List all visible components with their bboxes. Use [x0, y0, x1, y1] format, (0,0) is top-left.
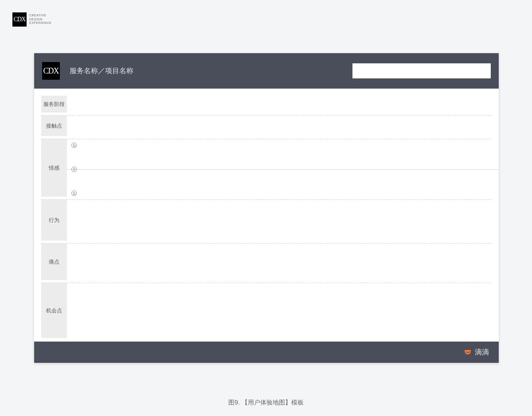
face-sad-icon: [71, 191, 77, 196]
row-behavior: 行为: [41, 200, 492, 244]
logo-mark: CDX: [12, 12, 27, 27]
row-pain: 痛点: [41, 244, 492, 283]
row-content-behavior[interactable]: [67, 200, 492, 243]
page-logo: CDX CREATIVE DESIGN EXPERIENCE: [12, 12, 51, 27]
card-header: CDX 服务名称／项目名称: [34, 53, 499, 89]
row-label-touch: 接触点: [41, 116, 67, 136]
logo-subtext: CREATIVE DESIGN EXPERIENCE: [29, 14, 51, 25]
didi-brand-text: 滴滴: [475, 348, 489, 357]
experience-map-card: CDX 服务名称／项目名称 服务阶段 接触点 情感: [34, 53, 499, 363]
row-stage: 服务阶段: [41, 96, 492, 116]
row-label-pain: 痛点: [41, 244, 67, 280]
row-label-emotion: 情感: [41, 139, 67, 197]
logo-sub-line3: EXPERIENCE: [29, 21, 51, 25]
row-content-stage[interactable]: [67, 96, 492, 115]
row-content-touch[interactable]: [67, 116, 492, 139]
card-logo-mark: CDX: [42, 62, 60, 80]
logo-sub-line2: DESIGN: [29, 18, 51, 21]
row-content-pain[interactable]: [67, 244, 492, 283]
row-opportunity: 机会点: [41, 283, 492, 340]
figure-caption: 图9. 【用户体验地图】模板: [0, 399, 532, 407]
row-content-emotion[interactable]: [67, 139, 492, 199]
didi-logo-icon: [463, 348, 472, 357]
card-footer: 滴滴: [34, 342, 499, 363]
face-neutral-icon: [71, 167, 77, 172]
row-touch: 接触点: [41, 116, 492, 139]
row-label-behavior: 行为: [41, 200, 67, 241]
row-label-opportunity: 机会点: [41, 283, 67, 338]
logo-sub-line1: CREATIVE: [29, 14, 51, 17]
row-content-opportunity[interactable]: [67, 283, 492, 340]
row-emotion: 情感: [41, 139, 492, 200]
card-title: 服务名称／项目名称: [70, 66, 133, 76]
face-happy-icon: [71, 143, 77, 148]
card-body: 服务阶段 接触点 情感 行为: [34, 89, 499, 342]
row-label-stage: 服务阶段: [41, 96, 67, 113]
header-input-box[interactable]: [352, 63, 491, 78]
emotion-midline: [67, 169, 499, 170]
